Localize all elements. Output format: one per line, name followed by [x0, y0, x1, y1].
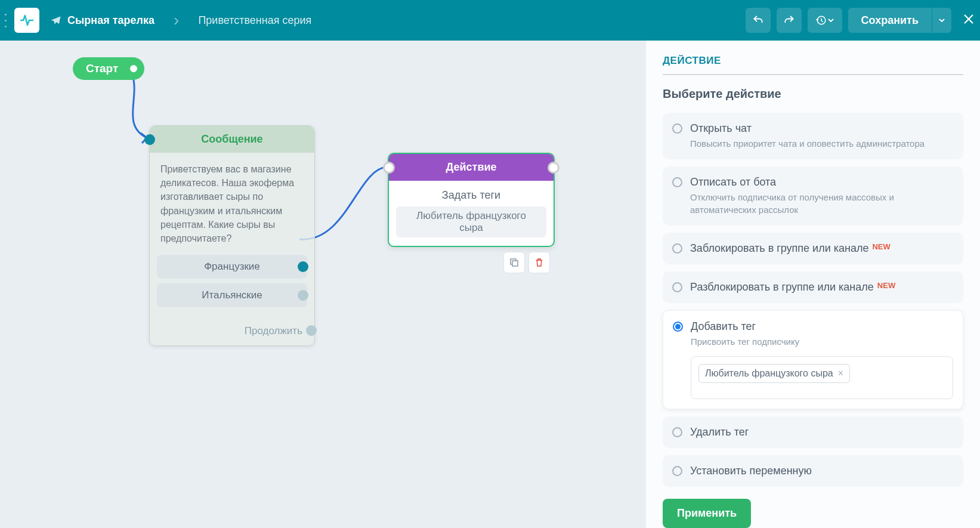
breadcrumb-flow[interactable]: Приветственная серия [198, 14, 311, 27]
redo-icon [783, 14, 795, 26]
option-output-port[interactable] [298, 290, 308, 301]
action-subtitle: Задать теги [396, 189, 546, 202]
apply-button[interactable]: Применить [663, 499, 751, 528]
message-option-1[interactable]: Французкие [157, 255, 307, 279]
message-option-2[interactable]: Итальянские [157, 283, 307, 307]
action-input-port[interactable] [383, 162, 395, 174]
option-label: Разблокировать в группе или каналеNEW [690, 281, 954, 294]
history-icon [816, 15, 827, 26]
history-button[interactable] [808, 8, 842, 33]
action-option-1[interactable]: Отписать от ботаОтключить подписчика от … [663, 166, 963, 226]
chevron-down-icon [828, 17, 834, 23]
message-text: Приветствуем вас в магазине деликатесов.… [150, 153, 314, 255]
chevron-down-icon [939, 17, 945, 23]
message-node-header: Сообщение [150, 126, 314, 153]
start-node[interactable]: Старт [73, 57, 144, 80]
message-continue[interactable]: Продолжить [150, 320, 314, 345]
action-option-2[interactable]: Заблокировать в группе или каналеNEW [663, 233, 963, 264]
save-button[interactable]: Сохранить [848, 8, 932, 33]
panel-subtitle: Выберите действие [663, 87, 963, 101]
option-description: Присвоить тег подписчику [691, 335, 953, 348]
close-icon [962, 13, 975, 26]
flow-canvas[interactable]: Старт Сообщение Приветствуем вас в магаз… [0, 41, 646, 528]
radio-icon [672, 427, 682, 437]
message-node[interactable]: Сообщение Приветствуем вас в магазине де… [149, 125, 315, 346]
trash-icon [534, 257, 545, 268]
radio-icon [672, 466, 682, 476]
action-option-3[interactable]: Разблокировать в группе или каналеNEW [663, 271, 963, 303]
properties-panel: ДЕЙСТВИЕ Выберите действие Открыть чатПо… [646, 41, 980, 528]
action-option-5[interactable]: Удалить тег [663, 416, 963, 448]
action-option-4[interactable]: Добавить тегПрисвоить тег подписчикуЛюби… [663, 310, 963, 409]
option-description: Отключить подписчика от получения массов… [690, 191, 954, 216]
drag-handle-icon[interactable] [5, 11, 11, 29]
option-label: Открыть чат [690, 122, 954, 135]
breadcrumb: Сырная тарелка › Приветственная серия [50, 11, 311, 30]
app-header: Сырная тарелка › Приветственная серия Со… [0, 0, 980, 41]
radio-icon [672, 123, 682, 134]
action-option-6[interactable]: Установить переменную [663, 455, 963, 487]
breadcrumb-project[interactable]: Сырная тарелка [50, 14, 154, 27]
action-option-0[interactable]: Открыть чатПовысить приоритет чата и опо… [663, 113, 963, 159]
remove-tag-button[interactable]: × [838, 368, 843, 379]
undo-button[interactable] [746, 8, 771, 33]
app-logo[interactable] [14, 8, 39, 33]
tag-editor[interactable]: Любитель французкого сыра× [691, 356, 953, 399]
panel-title: ДЕЙСТВИЕ [663, 41, 963, 75]
svg-rect-18 [512, 261, 518, 266]
radio-icon [673, 322, 683, 332]
message-input-port[interactable] [144, 134, 155, 145]
action-tag-chip: Любитель французкого сыра [396, 206, 546, 237]
pulse-icon [20, 13, 34, 27]
option-label: Отписать от бота [690, 176, 954, 189]
radio-icon [672, 177, 682, 187]
redo-button[interactable] [777, 8, 802, 33]
save-dropdown-button[interactable] [932, 8, 951, 33]
start-output-port[interactable] [126, 61, 141, 76]
breadcrumb-separator-icon: › [174, 11, 179, 30]
radio-icon [672, 243, 682, 254]
action-node[interactable]: Действие Задать теги Любитель французког… [388, 153, 555, 247]
delete-node-button[interactable] [528, 252, 550, 273]
option-label: Удалить тег [690, 426, 954, 439]
action-output-port[interactable] [548, 162, 559, 174]
option-description: Повысить приоритет чата и оповестить адм… [690, 137, 954, 150]
continue-output-port[interactable] [306, 325, 317, 336]
copy-icon [509, 257, 520, 268]
telegram-icon [50, 15, 61, 26]
undo-icon [752, 14, 764, 26]
option-label: Заблокировать в группе или каналеNEW [690, 242, 954, 255]
option-output-port[interactable] [298, 261, 308, 272]
new-badge: NEW [872, 242, 890, 251]
option-label: Добавить тег [691, 320, 953, 333]
option-label: Установить переменную [690, 465, 954, 477]
duplicate-node-button[interactable] [503, 252, 525, 273]
tag-chip: Любитель французкого сыра× [698, 364, 850, 383]
close-button[interactable] [962, 11, 975, 30]
radio-icon [672, 282, 682, 292]
action-node-header: Действие [389, 154, 554, 181]
connection-wires [0, 41, 646, 528]
new-badge: NEW [877, 281, 895, 290]
